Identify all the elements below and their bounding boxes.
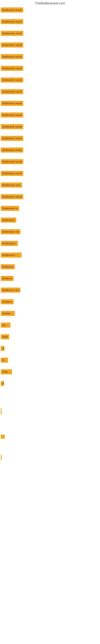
list-item: Bottlenec — [1, 264, 100, 270]
bottleneck-label: Bottleneck result — [1, 42, 23, 48]
spacer — [1, 418, 100, 435]
bottleneck-label: Bottleneck — [1, 218, 16, 222]
bottleneck-label: Bottleneck result — [1, 19, 23, 24]
list-item: Bottleneck resu — [1, 252, 100, 258]
bottleneck-label: Bottleneck result — [1, 159, 23, 164]
site-title: TheBottlenecker.com — [0, 0, 100, 6]
page-container: TheBottlenecker.com Bottleneck result Bo… — [0, 0, 100, 460]
bottom-bar — [1, 455, 1, 460]
bottleneck-label: Bottleneck result — [1, 8, 23, 12]
bottleneck-label: Bottleneck re — [1, 206, 19, 211]
list-item: Bottleneck result — [1, 30, 100, 36]
list-item: Bottleneck result — [1, 124, 100, 130]
list-item: Bottleneck result — [1, 54, 100, 60]
list-item: Bottlen — [1, 369, 100, 375]
bottleneck-label: Bottleneck result — [1, 148, 23, 152]
list-item: Bottlene — [1, 275, 100, 281]
small-bar — [1, 435, 5, 439]
bottleneck-label: Bottleneck result — [1, 31, 23, 36]
list-item: Bottleneck result — [1, 88, 100, 94]
list-item: Bottleneck result — [1, 158, 100, 164]
list-item: Bottleneck result — [1, 112, 100, 118]
list-item: Bottleneck result — [1, 18, 100, 24]
list-item: Bottleneck result — [1, 100, 100, 106]
list-item: Bottleneck res — [1, 228, 100, 235]
list-item: Bottleneck re — [1, 205, 100, 211]
list-item: Bottleneck result — [1, 65, 100, 71]
bottleneck-label: Bottleneck result — [1, 136, 23, 141]
bottleneck-label: Bottlen — [1, 369, 12, 374]
spacer — [1, 392, 100, 408]
bottleneck-label: Bottle — [1, 322, 10, 328]
bottleneck-label: Bottl — [1, 334, 9, 339]
list-item: Bottlene — [1, 299, 100, 305]
list-item: B — [1, 380, 100, 386]
list-item: Bottleneck result — [1, 147, 100, 153]
bottleneck-label: B — [1, 346, 4, 351]
bottleneck-label: Bottleneck res — [1, 288, 20, 292]
spacer — [1, 443, 100, 455]
bottleneck-label: B — [1, 381, 4, 386]
list-item: Bottleneck — [1, 217, 100, 223]
bottleneck-label: Bottleneck resu — [1, 252, 22, 258]
thin-bar — [1, 408, 1, 414]
small-bar-item — [1, 435, 100, 439]
list-item: Bottleneck res — [1, 287, 100, 293]
bottleneck-label: Bottleneck result — [1, 171, 23, 176]
list-item: Bottleneck result — [1, 194, 100, 200]
bottleneck-label: Bottleneck result — [1, 66, 23, 71]
bottom-bar-item — [1, 455, 100, 460]
bottleneck-label: Bottleneck result — [1, 124, 23, 129]
bottleneck-label: Bottleneck r — [1, 241, 18, 246]
bottleneck-label: Bottleneck result — [1, 54, 23, 59]
list-item: Bottleneck result — [1, 135, 100, 141]
list-item: Bottleneck r — [1, 240, 100, 246]
bottleneck-label: Bott — [1, 358, 8, 363]
list-item: Bott — [1, 357, 100, 363]
bottleneck-label: Bottleneck result — [1, 78, 23, 82]
bottleneck-label: Bottleneck resu — [1, 182, 22, 188]
bottleneck-label: Bottlenec — [1, 264, 15, 269]
list-item: B — [1, 345, 100, 352]
list-item: Bottlenec — [1, 310, 100, 316]
list-item: Bottleneck result — [1, 77, 100, 83]
list-item: Bottl — [1, 334, 100, 340]
list-item: Bottleneck result — [1, 170, 100, 176]
bottleneck-label: Bottleneck result — [1, 101, 23, 106]
bottleneck-label: Bottleneck result — [1, 89, 23, 94]
list-item: Bottleneck result — [1, 7, 100, 13]
list-item: Bottle — [1, 322, 100, 328]
list-item: Bottleneck resu — [1, 182, 100, 188]
bottleneck-label: Bottlenec — [1, 311, 15, 316]
list-item: Bottleneck result — [1, 42, 100, 48]
bottleneck-label: Bottleneck result — [1, 112, 23, 118]
bottleneck-label: Bottleneck result — [1, 194, 23, 199]
bottleneck-label: Bottlene — [1, 299, 14, 304]
thin-bar-item — [1, 408, 100, 414]
bottleneck-label: Bottleneck res — [1, 229, 20, 234]
bottleneck-label: Bottlene — [1, 276, 14, 281]
items-list: Bottleneck result Bottleneck result Bott… — [0, 6, 100, 460]
